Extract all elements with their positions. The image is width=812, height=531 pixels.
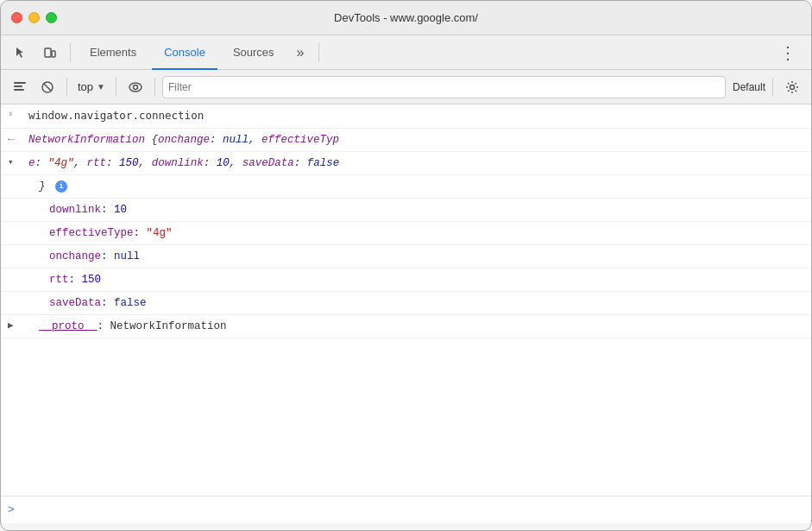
kebab-menu-button[interactable]: ⋮ [772,42,804,63]
minimize-button[interactable] [28,12,40,23]
info-badge[interactable]: i [55,180,67,193]
console-row-prop-effectivetype: effectiveType: "4g" [1,222,811,245]
result-key-downlink: downlink [152,157,204,169]
result-colon-5: : [294,157,307,169]
prop-colon-onchange: : [101,250,114,262]
tab-console[interactable]: Console [152,35,217,70]
result-val-4g: "4g" [48,157,74,169]
proto-expand-icon[interactable]: ▶ [8,319,14,331]
row-content-prop-onchange: onchange: null [28,248,804,265]
command-text: window.navigator.connection [28,109,204,122]
tab-elements[interactable]: Elements [78,35,148,70]
svg-point-7 [129,83,142,92]
result-val-null: null [223,134,249,146]
clear-console-button[interactable] [8,75,32,99]
console-row-prop-savedata: saveData: false [1,292,811,315]
row-gutter-empty-6 [8,294,28,296]
row-content-result-2: e: "4g", rtt: 150, downlink: 10, saveDat… [28,155,804,172]
expand-icon[interactable]: › [8,109,14,119]
result-val-150: 150 [119,157,139,169]
result-comma-2: , [74,157,87,169]
prop-key-savedata: saveData [49,297,101,309]
row-gutter-empty-3 [8,224,28,226]
toolbar-divider-3 [154,78,155,97]
back-arrow-icon: ← [8,133,15,146]
svg-rect-3 [14,85,22,87]
result-class-name: NetworkInformation [28,134,152,146]
console-row-result-3: } i [1,175,811,199]
more-tabs-button[interactable]: » [290,45,312,60]
row-content-result-1: NetworkInformation {onchange: null, effe… [28,131,804,149]
svg-rect-2 [14,82,26,84]
toolbar-divider-1 [66,78,67,97]
context-label: top [78,80,93,93]
result-comma-1: , [249,134,261,146]
result-val-10: 10 [217,157,230,169]
row-gutter-empty-2 [8,201,28,203]
context-selector[interactable]: top ▼ [78,80,105,93]
row-gutter-empty-4 [8,248,28,250]
prop-key-downlink: downlink [49,204,101,216]
console-toolbar: top ▼ Default [1,70,811,104]
svg-point-8 [133,85,137,89]
result-key-effectivetype: effectiveTyp [261,134,339,146]
prop-val-downlink: 10 [114,204,127,216]
svg-point-9 [790,85,795,89]
nav-divider [70,43,71,62]
tab-sources[interactable]: Sources [221,35,286,70]
result-brace-close: } [39,180,46,193]
row-content-result-3: } i [28,178,804,195]
cursor-icon-button[interactable] [8,40,34,66]
console-row-proto: ▶ __proto__: NetworkInformation [1,315,811,338]
row-gutter-empty-1 [8,178,28,180]
row-gutter-proto: ▶ [8,318,28,331]
filter-input-wrap [162,76,726,98]
result-val-false: false [307,157,340,169]
prop-colon-rtt: : [69,274,82,286]
console-row-prop-rtt: rtt: 150 [1,269,811,292]
result-key-savedata: saveData [242,157,294,169]
toolbar-divider-2 [116,78,116,97]
close-button[interactable] [11,12,22,23]
console-input[interactable] [22,503,804,516]
console-row-command: › window.navigator.connection [1,104,811,129]
prop-colon-effectivetype: : [134,227,147,239]
prop-val-rtt: 150 [82,274,102,286]
default-label: Default [733,81,765,93]
prop-val-onchange: null [114,250,140,262]
result-key-e: e [28,157,35,169]
svg-rect-4 [14,89,24,91]
settings-button[interactable] [780,75,804,99]
filter-input[interactable] [168,81,720,93]
prop-key-rtt: rtt [49,274,69,286]
console-row-prop-onchange: onchange: null [1,245,811,269]
row-content-proto: __proto__: NetworkInformation [28,318,804,335]
result-colon-4: : [204,157,217,169]
row-gutter-empty-5 [8,271,28,273]
console-output: › window.navigator.connection ← NetworkI… [1,104,811,496]
result-colon-2: : [35,157,48,169]
proto-link[interactable]: __proto__ [39,320,98,332]
svg-rect-0 [45,48,51,57]
prop-key-effectivetype: effectiveType [49,227,134,239]
row-gutter-triangle: ▾ [8,155,28,168]
toolbar-divider-4 [772,78,773,97]
traffic-lights [11,12,57,23]
row-content-prop-downlink: downlink: 10 [28,201,804,218]
row-content-command: window.navigator.connection [28,107,804,125]
titlebar: DevTools - www.google.com/ [1,1,811,35]
console-row-prop-downlink: downlink: 10 [1,199,811,222]
device-toolbar-button[interactable] [37,40,63,66]
svg-line-6 [44,83,52,91]
nav-divider-right [318,43,319,62]
maximize-button[interactable] [46,12,57,23]
nav-right-actions: ⋮ [772,42,804,63]
result-comma-3: , [139,157,152,169]
prop-key-onchange: onchange [49,250,101,262]
block-button[interactable] [35,75,60,99]
result-comma-4: , [230,157,242,169]
collapse-icon[interactable]: ▾ [8,156,14,168]
prop-colon-downlink: : [101,204,114,216]
console-row-result-2: ▾ e: "4g", rtt: 150, downlink: 10, saveD… [1,152,811,175]
preserve-log-button[interactable] [123,75,148,99]
